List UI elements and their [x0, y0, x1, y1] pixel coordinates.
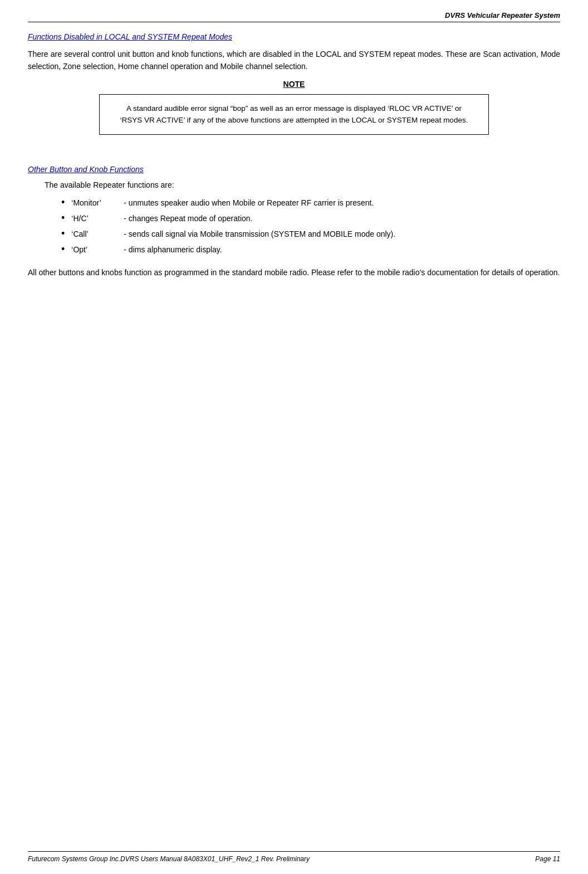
- bullet-desc-3: - dims alphanumeric display.: [124, 242, 560, 257]
- page-container: DVRS Vehicular Repeater System Functions…: [0, 0, 588, 874]
- bullet-item-3: •‘Opt’- dims alphanumeric display.: [61, 242, 560, 257]
- bullet-dot-0: •: [61, 197, 65, 207]
- header-title: DVRS Vehicular Repeater System: [445, 11, 560, 19]
- section2: Other Button and Knob Functions The avai…: [28, 165, 560, 285]
- note-text: A standard audible error signal “bop” as…: [120, 104, 468, 125]
- bullet-key-3: ‘Opt’: [71, 242, 121, 257]
- bullet-dot-3: •: [61, 244, 65, 254]
- closing-text: All other buttons and knobs function as …: [28, 266, 560, 279]
- bullet-desc-2: - sends call signal via Mobile transmiss…: [124, 226, 560, 242]
- section2-heading[interactable]: Other Button and Knob Functions: [28, 165, 560, 174]
- bullet-key-0: ‘Monitor’: [71, 195, 121, 211]
- bullet-dot-2: •: [61, 228, 65, 238]
- section1: Functions Disabled in LOCAL and SYSTEM R…: [28, 32, 560, 146]
- footer-bar: Futurecom Systems Group Inc.DVRS Users M…: [28, 851, 560, 863]
- available-text: The available Repeater functions are:: [45, 180, 560, 189]
- footer-left: Futurecom Systems Group Inc.DVRS Users M…: [28, 855, 310, 863]
- header-bar: DVRS Vehicular Repeater System: [28, 11, 560, 22]
- section1-heading[interactable]: Functions Disabled in LOCAL and SYSTEM R…: [28, 32, 560, 41]
- bullet-item-2: •‘Call’- sends call signal via Mobile tr…: [61, 226, 560, 242]
- bullet-list: •‘Monitor’- unmutes speaker audio when M…: [61, 195, 560, 257]
- bullet-item-1: •‘H/C’- changes Repeat mode of operation…: [61, 211, 560, 226]
- note-label: NOTE: [28, 80, 560, 89]
- bullet-item-0: •‘Monitor’- unmutes speaker audio when M…: [61, 195, 560, 211]
- bullet-key-2: ‘Call’: [71, 226, 121, 242]
- bullet-desc-1: - changes Repeat mode of operation.: [124, 211, 560, 226]
- bullet-dot-1: •: [61, 213, 65, 223]
- note-box: A standard audible error signal “bop” as…: [99, 94, 489, 135]
- bullet-desc-0: - unmutes speaker audio when Mobile or R…: [124, 195, 560, 211]
- section1-body: There are several control unit button an…: [28, 48, 560, 73]
- bullet-key-1: ‘H/C’: [71, 211, 121, 226]
- footer-right: Page 11: [535, 855, 560, 863]
